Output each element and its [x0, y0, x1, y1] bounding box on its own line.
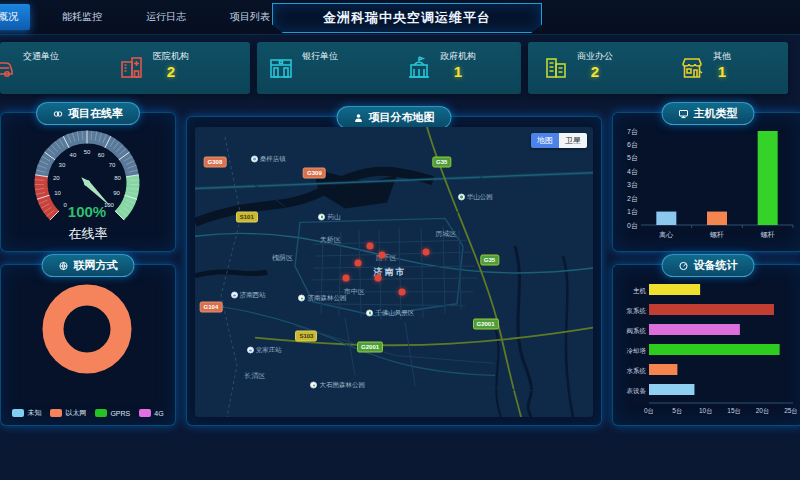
stat-transport: 交通单位: [0, 50, 59, 82]
poi-marker-icon[interactable]: [251, 155, 258, 162]
svg-text:70: 70: [109, 162, 116, 168]
district-label: 槐荫区: [272, 253, 293, 263]
panel-online-rate: 项目在线率 0102030405060708090100100% 在线率: [0, 112, 176, 252]
stat-other: 其他 1: [678, 50, 731, 82]
svg-text:螺杆: 螺杆: [710, 231, 724, 238]
map-poi[interactable]: 大石崮森林公园: [310, 381, 365, 390]
poi-marker-icon[interactable]: [366, 309, 373, 316]
poi-label: 济南森林公园: [307, 294, 346, 303]
legend-item-gprs[interactable]: GPRS: [95, 408, 130, 418]
map-poi[interactable]: 药山: [318, 212, 340, 221]
panel-network-type: 联网方式 未知 以太网 GPRS 4G: [0, 264, 176, 426]
legend-label: 4G: [154, 410, 163, 417]
legend-item-ethernet[interactable]: 以太网: [50, 408, 86, 418]
map-poi[interactable]: 济南森林公园: [298, 294, 346, 303]
svg-text:3台: 3台: [627, 181, 638, 189]
legend-label: 以太网: [65, 408, 86, 418]
hospital-icon: [118, 54, 146, 82]
legend-swatch: [95, 409, 107, 417]
panel-host-type: 主机类型 0台1台2台3台4台5台6台7台离心螺杆螺杆: [612, 112, 800, 252]
project-marker[interactable]: [422, 248, 429, 255]
svg-text:50: 50: [84, 149, 91, 155]
stat-label: 商业办公: [577, 50, 613, 63]
map-poi[interactable]: 济南西站: [231, 291, 266, 300]
legend-item-4g[interactable]: 4G: [139, 408, 163, 418]
online-rate-gauge-chart: 0102030405060708090100100%: [1, 119, 173, 225]
stat-bank: 银行单位: [267, 50, 338, 82]
nav-tab-energy[interactable]: 能耗监控: [50, 4, 114, 30]
stat-label: 其他: [713, 50, 731, 63]
svg-text:25台: 25台: [784, 407, 798, 415]
government-icon: [405, 54, 433, 82]
poi-marker-icon[interactable]: [318, 213, 325, 220]
project-marker[interactable]: [355, 260, 362, 267]
legend-swatch: [12, 409, 24, 417]
nav-tab-overview[interactable]: 概况: [0, 4, 30, 30]
map-poi[interactable]: 华山公园: [458, 192, 493, 201]
map-type-toggle: 地图 卫星: [531, 133, 587, 148]
road-badge: G35: [480, 255, 499, 266]
project-marker[interactable]: [379, 251, 386, 258]
stat-card-bank-government: 银行单位 政府机构 1: [257, 42, 521, 94]
district-label: 天桥区: [320, 235, 341, 245]
svg-text:5台: 5台: [672, 407, 682, 415]
road-badge: G35: [432, 156, 451, 167]
road-badge: G309: [303, 168, 326, 179]
map-poi[interactable]: 千佛山风景区: [366, 308, 414, 317]
svg-text:6台: 6台: [627, 141, 638, 149]
road-badge: G104: [200, 301, 223, 312]
nav-tab-runlog[interactable]: 运行日志: [134, 4, 198, 30]
svg-text:冷却塔: 冷却塔: [627, 347, 647, 355]
road-badge: G308: [204, 156, 227, 167]
svg-text:螺杆: 螺杆: [761, 231, 775, 238]
stat-label: 交通单位: [23, 50, 59, 63]
poi-marker-icon[interactable]: [231, 292, 238, 299]
svg-text:10: 10: [54, 190, 61, 196]
map-poi[interactable]: 桑梓店镇: [251, 154, 286, 163]
svg-text:40: 40: [70, 152, 77, 158]
poi-marker-icon[interactable]: [247, 347, 254, 354]
road-badge: S101: [236, 211, 258, 222]
panel-map-header: 项目分布地图: [337, 106, 452, 129]
host-type-bar-chart: 0台1台2台3台4台5台6台7台离心螺杆螺杆: [613, 119, 800, 249]
poi-marker-icon[interactable]: [310, 382, 317, 389]
svg-text:0台: 0台: [627, 222, 638, 230]
svg-text:表设备: 表设备: [627, 387, 647, 395]
legend-item-unknown[interactable]: 未知: [12, 408, 41, 418]
svg-text:60: 60: [98, 152, 105, 158]
stat-label: 政府机构: [440, 50, 476, 63]
project-marker[interactable]: [343, 274, 350, 281]
district-label: 市中区: [344, 287, 365, 297]
shop-icon: [678, 54, 706, 82]
svg-text:5台: 5台: [627, 154, 638, 162]
project-marker[interactable]: [375, 274, 382, 281]
poi-marker-icon[interactable]: [298, 295, 305, 302]
svg-text:主机: 主机: [633, 287, 647, 294]
legend-label: 未知: [27, 408, 41, 418]
poi-marker-icon[interactable]: [458, 193, 465, 200]
map-overlay: G308G309G35S101G104S103G2001G2001G35槐荫区天…: [195, 127, 593, 417]
map-poi[interactable]: 党家庄站: [247, 346, 282, 355]
satellite-mode-button[interactable]: 卫星: [559, 133, 587, 148]
road-badge: S103: [295, 330, 317, 341]
stat-card-transport-hospital: 交通单位 医院机构 2: [0, 42, 250, 94]
district-label: 长清区: [244, 371, 265, 381]
project-marker[interactable]: [367, 242, 374, 249]
link-icon: [53, 109, 63, 119]
online-rate-label: 在线率: [1, 225, 175, 243]
panel-device-stats: 设备统计 主机泵系统阀系统冷却塔水系统表设备0台5台10台15台20台25台: [612, 264, 800, 426]
svg-text:10台: 10台: [699, 407, 713, 415]
svg-text:0: 0: [63, 202, 67, 208]
legend-swatch: [139, 409, 151, 417]
gauge-icon: [679, 261, 689, 271]
road-badge: G2001: [473, 319, 499, 330]
project-marker[interactable]: [398, 289, 405, 296]
panel-network-header: 联网方式: [42, 254, 135, 277]
svg-text:4台: 4台: [627, 168, 638, 176]
map-mode-button[interactable]: 地图: [531, 133, 559, 148]
poi-label: 药山: [327, 212, 340, 221]
svg-text:80: 80: [114, 175, 121, 181]
svg-text:0台: 0台: [644, 407, 654, 415]
map-canvas[interactable]: G308G309G35S101G104S103G2001G2001G35槐荫区天…: [195, 127, 593, 417]
stat-hospital: 医院机构 2: [118, 50, 189, 82]
